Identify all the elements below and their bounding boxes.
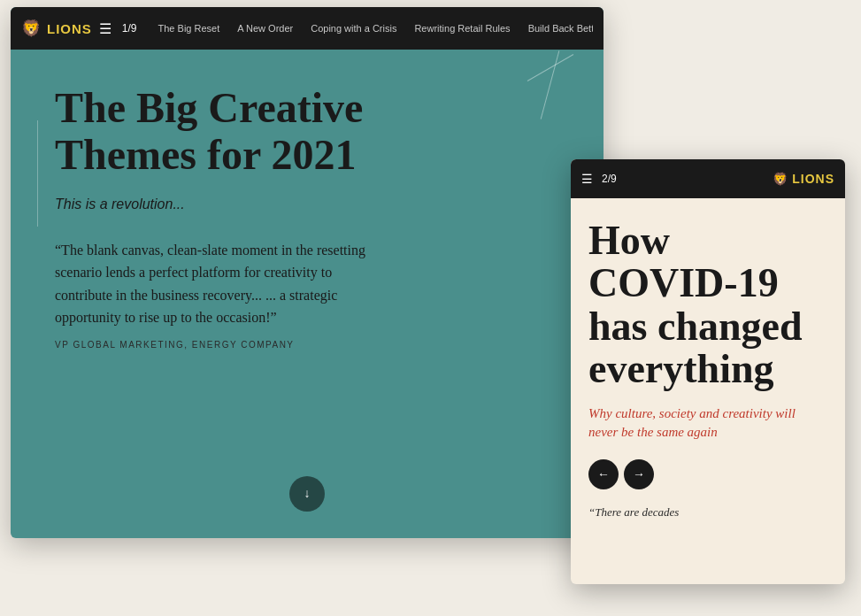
desktop-logo-text: LIONS [47,21,92,36]
mobile-hamburger-button[interactable]: ☰ [581,172,593,187]
desktop-card: 🦁 LIONS ☰ 1/9 The Big Reset A New Order … [11,7,603,538]
chevron-down-icon: ↓ [304,487,311,501]
lions-logo-icon: 🦁 [21,19,42,38]
desktop-quote-text: “The blank canvas, clean-slate moment in… [55,239,391,329]
mobile-logo-icon: 🦁 [773,172,788,186]
mobile-logo-text: LIONS [792,172,834,186]
mobile-card: ☰ 2/9 🦁 LIONS How COVID-19 has changed e… [571,159,845,584]
mobile-logo[interactable]: 🦁 LIONS [773,172,834,186]
nav-link-new-order[interactable]: A New Order [228,23,302,34]
desktop-quote-block: “The blank canvas, clean-slate moment in… [55,239,391,350]
mobile-quote-preview: “There are decades [588,504,827,521]
desktop-quote-attribution: VP GLOBAL MARKETING, ENERGY COMPANY [55,340,391,350]
mobile-counter: 2/9 [602,173,617,185]
decorative-line-3 [37,120,38,227]
mobile-main-title: How COVID-19 has changed everything [588,219,827,390]
decorative-line-2 [527,54,573,81]
left-arrow-icon: ← [597,467,610,481]
mobile-nav-buttons: ← → [588,459,827,489]
desktop-logo[interactable]: 🦁 LIONS [21,19,92,38]
mobile-next-button[interactable]: → [624,459,654,489]
desktop-hamburger-button[interactable]: ☰ [99,20,111,37]
desktop-nav: 🦁 LIONS ☰ 1/9 The Big Reset A New Order … [11,7,603,50]
mobile-nav: ☰ 2/9 🦁 LIONS [571,159,845,198]
mobile-prev-button[interactable]: ← [588,459,619,489]
mobile-subtitle: Why culture, society and creativity will… [588,404,827,442]
decorative-line-1 [541,50,560,119]
desktop-counter: 1/9 [122,22,137,35]
desktop-subtitle: This is a revolution... [55,196,559,212]
scroll-down-button[interactable]: ↓ [289,476,325,512]
desktop-main-title: The Big Creative Themes for 2021 [55,85,427,179]
desktop-nav-links: The Big Reset A New Order Coping with a … [150,23,593,34]
mobile-content: How COVID-19 has changed everything Why … [571,198,845,584]
nav-link-build-back[interactable]: Build Back Better [519,23,593,34]
desktop-content: The Big Creative Themes for 2021 This is… [11,50,603,538]
right-arrow-icon: → [633,467,645,481]
nav-link-retail[interactable]: Rewriting Retail Rules [405,23,519,34]
nav-link-coping[interactable]: Coping with a Crisis [302,23,405,34]
nav-link-big-reset[interactable]: The Big Reset [150,23,229,34]
